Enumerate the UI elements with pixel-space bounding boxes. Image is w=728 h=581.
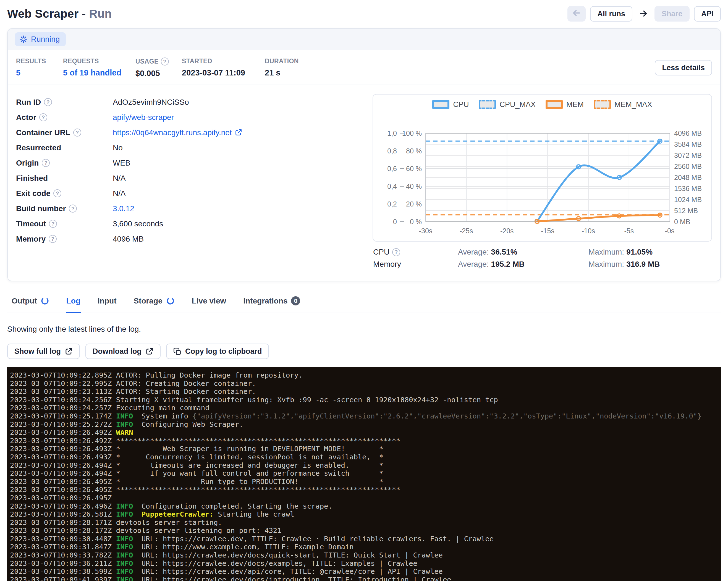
- help-icon[interactable]: [392, 248, 400, 256]
- memory-average-value: 195.2 MB: [491, 260, 525, 268]
- log-timestamp: 2023-03-07T10:09:26.492Z: [10, 428, 112, 437]
- detail-value[interactable]: apify/web-scraper: [113, 113, 174, 122]
- log-segment-plain: ****************************************…: [112, 437, 400, 445]
- cpu-average-label: Average:: [458, 248, 489, 256]
- cpu-average: Average:36.51%: [458, 248, 589, 257]
- log-segment-info: INFO: [116, 534, 133, 543]
- log-segment-plain: [112, 543, 116, 551]
- log-segment-plain: System info: [133, 412, 192, 420]
- stat-value[interactable]: 5: [16, 68, 63, 77]
- stat-value[interactable]: 5 of 19 handled: [63, 68, 135, 77]
- tab-log[interactable]: Log: [66, 294, 81, 313]
- log-timestamp: 2023-03-07T10:09:24.256Z: [10, 396, 112, 404]
- log-timestamp: 2023-03-07T10:09:26.494Z: [10, 469, 112, 477]
- tab-label: Log: [66, 297, 80, 306]
- detail-label: Container URL: [16, 128, 113, 137]
- detail-value-text: N/A: [113, 174, 126, 183]
- api-button[interactable]: API: [694, 6, 721, 22]
- log-actions: Show full logDownload logCopy log to cli…: [7, 344, 721, 359]
- external-link-icon: [235, 129, 242, 136]
- spinner-icon: [41, 297, 49, 305]
- tab-label: Output: [11, 297, 37, 306]
- page-title: Web Scraper - Run: [7, 7, 112, 21]
- log-timestamp: 2023-03-07T10:09:38.599Z: [10, 567, 112, 576]
- share-button: Share: [654, 6, 690, 22]
- svg-text:0 %: 0 %: [410, 218, 422, 226]
- metrics-summary: CPU Average:36.51% Maximum:91.05% Memory: [372, 248, 712, 269]
- help-icon[interactable]: [53, 189, 61, 197]
- log-line: 2023-03-07T10:09:38.599Z INFO URL: https…: [10, 567, 718, 576]
- help-icon[interactable]: [49, 235, 57, 243]
- run-stats-row: RESULTS5REQUESTS5 of 19 handledUSAGE$0.0…: [8, 50, 720, 85]
- tab-input[interactable]: Input: [97, 294, 117, 313]
- copy-icon: [173, 347, 181, 355]
- tab-label: Live view: [192, 297, 226, 306]
- tab-integrations[interactable]: Integrations0: [243, 294, 301, 313]
- log-segment-hl: PuppeteerCrawler:: [141, 510, 214, 518]
- help-icon[interactable]: [39, 113, 47, 121]
- tab-count-badge: 0: [291, 296, 300, 306]
- svg-text:-20s: -20s: [500, 227, 514, 235]
- log-timestamp: 2023-03-07T10:09:28.172Z: [10, 526, 112, 534]
- svg-text:80 %: 80 %: [406, 147, 422, 155]
- external-link-icon: [65, 347, 73, 355]
- legend-item-cpu-max: CPU_MAX: [479, 100, 536, 109]
- log-segment-info: INFO: [116, 510, 133, 518]
- tab-label: Storage: [133, 297, 162, 306]
- log-timestamp: 2023-03-07T10:09:26.496Z: [10, 502, 112, 510]
- copy-log-to-clipboard-button[interactable]: Copy log to clipboard: [166, 344, 269, 359]
- show-full-log-button[interactable]: Show full log: [7, 344, 80, 359]
- help-icon[interactable]: [44, 98, 52, 106]
- log-segment-info: INFO: [116, 576, 133, 581]
- detail-value: N/A: [113, 189, 126, 198]
- memory-label: Memory: [373, 260, 401, 269]
- help-icon[interactable]: [161, 57, 169, 65]
- svg-text:-15s: -15s: [541, 227, 554, 235]
- detail-row-memory: Memory4096 MB: [16, 231, 372, 246]
- log-segment-plain: [112, 428, 116, 437]
- detail-value[interactable]: 3.0.12: [113, 204, 134, 213]
- help-icon[interactable]: [49, 220, 57, 228]
- memory-maximum-value: 316.9 MB: [626, 260, 660, 268]
- log-timestamp: 2023-03-07T10:09:22.995Z: [10, 379, 112, 388]
- svg-text:0,2: 0,2: [387, 200, 397, 208]
- detail-label-text: Resurrected: [16, 143, 61, 152]
- log-line: 2023-03-07T10:09:26.494Z * timeouts are …: [10, 461, 718, 470]
- help-icon[interactable]: [69, 205, 77, 213]
- log-timestamp: 2023-03-07T10:09:33.782Z: [10, 551, 112, 559]
- help-icon[interactable]: [73, 129, 81, 136]
- tab-live-view[interactable]: Live view: [191, 294, 227, 313]
- next-run-button[interactable]: [637, 8, 650, 19]
- all-runs-button[interactable]: All runs: [590, 6, 632, 22]
- detail-value[interactable]: https://0q64wnacgyft.runs.apify.net: [113, 128, 242, 137]
- detail-value-text: https://0q64wnacgyft.runs.apify.net: [113, 128, 232, 137]
- detail-label-text: Build number: [16, 204, 66, 213]
- stat-label-text: RESULTS: [16, 57, 46, 65]
- button-label: Copy log to clipboard: [185, 347, 262, 356]
- tab-storage[interactable]: Storage: [133, 294, 175, 313]
- stat-value: 21 s: [265, 68, 337, 77]
- log-line: 2023-03-07T10:09:36.211Z INFO URL: https…: [10, 559, 718, 568]
- run-detail-page: Web Scraper - Run All runs Share API Run…: [0, 0, 728, 581]
- log-line: 2023-03-07T10:09:24.256Z Starting X virt…: [10, 396, 718, 404]
- log-segment-info: INFO: [116, 559, 133, 567]
- log-timestamp: 2023-03-07T10:09:41.939Z: [10, 576, 112, 581]
- stat-label: RESULTS: [16, 57, 63, 65]
- download-log-button[interactable]: Download log: [85, 344, 161, 359]
- button-label: Show full log: [15, 347, 61, 356]
- cpu-summary-row: CPU Average:36.51% Maximum:91.05%: [373, 248, 712, 257]
- svg-text:2048 MB: 2048 MB: [674, 174, 702, 181]
- help-icon[interactable]: [42, 159, 50, 167]
- log-timestamp: 2023-03-07T10:09:26.581Z: [10, 510, 112, 518]
- legend-label: MEM_MAX: [615, 100, 652, 109]
- tab-output[interactable]: Output: [11, 294, 50, 313]
- less-details-button[interactable]: Less details: [655, 60, 712, 76]
- legend-swatch-cpu-max: [479, 100, 496, 109]
- svg-text:1536 MB: 1536 MB: [674, 185, 702, 192]
- detail-value-text: 4096 MB: [113, 235, 144, 243]
- log-timestamp: 2023-03-07T10:09:25.272Z: [10, 420, 112, 428]
- log-segment-plain: [112, 534, 116, 543]
- log-console[interactable]: 2023-03-07T10:09:22.895Z ACTOR: Pulling …: [7, 367, 721, 581]
- log-line: 2023-03-07T10:09:26.493Z * Web Scraper i…: [10, 445, 718, 453]
- log-segment-plain: [112, 559, 116, 567]
